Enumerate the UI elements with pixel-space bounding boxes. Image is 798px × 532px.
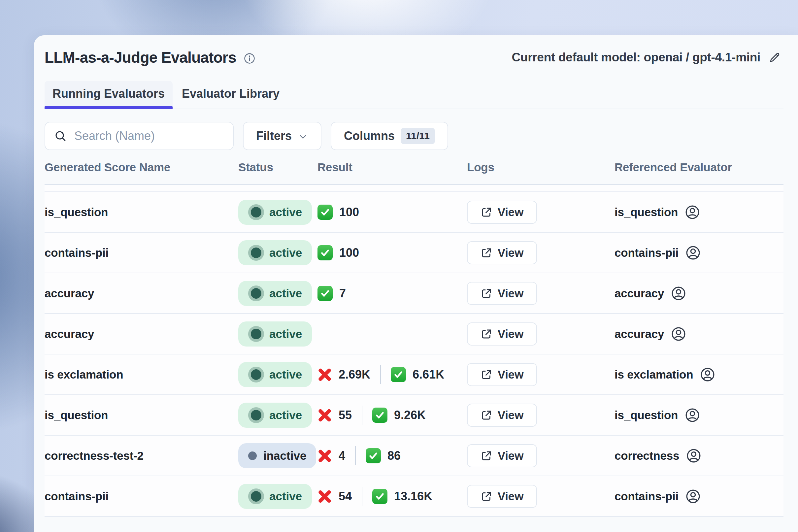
table-row: correctness-test-2 inactive 4 86 <box>44 436 783 476</box>
status-label: active <box>269 327 302 341</box>
score-name: is_question <box>44 206 238 219</box>
user-circle-icon <box>686 448 702 464</box>
user-circle-icon <box>685 245 701 261</box>
check-mark-icon <box>366 448 381 463</box>
view-label: View <box>498 246 524 260</box>
page-header: LLM-as-a-Judge Evaluators Current defaul… <box>44 49 783 66</box>
filters-button[interactable]: Filters <box>243 122 321 150</box>
column-header-status[interactable]: Status <box>238 161 318 174</box>
fail-count: 55 <box>339 408 352 422</box>
pass-count: 100 <box>339 246 359 260</box>
view-logs-button[interactable]: View <box>467 322 537 345</box>
view-logs-button[interactable]: View <box>467 485 537 508</box>
referenced-evaluator-cell: is exclamation <box>614 367 783 382</box>
column-header-generated-score-name[interactable]: Generated Score Name <box>44 161 238 174</box>
table-row: accuracy active 7 <box>44 273 783 314</box>
columns-label: Columns <box>344 129 395 143</box>
score-name: accuracy <box>44 327 238 341</box>
fail-count: 4 <box>339 449 345 463</box>
view-logs-button[interactable]: View <box>467 444 537 467</box>
external-link-icon <box>480 369 492 381</box>
referenced-evaluator-name: accuracy <box>614 327 664 341</box>
user-circle-icon <box>685 489 701 504</box>
result-cell: 2.69K 6.61K <box>318 365 467 384</box>
column-header-result[interactable]: Result <box>318 161 467 174</box>
status-dot-icon <box>251 410 261 420</box>
result-divider <box>380 365 381 384</box>
view-label: View <box>498 408 524 422</box>
score-name: is_question <box>44 408 238 422</box>
pass-count: 9.26K <box>394 408 426 422</box>
search-input[interactable] <box>74 129 224 143</box>
user-circle-icon <box>671 285 686 301</box>
result-divider <box>362 487 362 506</box>
status-badge: active <box>238 240 312 265</box>
score-name: correctness-test-2 <box>44 449 238 462</box>
status-label: active <box>269 246 302 260</box>
check-mark-icon <box>318 205 332 220</box>
view-logs-button[interactable]: View <box>467 201 537 224</box>
status-label: active <box>269 206 302 219</box>
status-dot-icon <box>248 452 257 460</box>
score-name: contains-pii <box>44 246 238 260</box>
status-dot-icon <box>251 369 261 380</box>
user-circle-icon <box>671 326 686 342</box>
view-logs-button[interactable]: View <box>467 363 537 386</box>
status-label: active <box>269 368 302 381</box>
status-badge: active <box>238 362 312 387</box>
referenced-evaluator-name: correctness <box>614 449 679 462</box>
status-dot-icon <box>251 248 261 258</box>
column-header-logs[interactable]: Logs <box>467 161 614 174</box>
table-row: is exclamation active 2.69K 6.61K <box>44 355 783 395</box>
status-label: active <box>269 287 302 300</box>
referenced-evaluator-name: contains-pii <box>614 490 679 503</box>
referenced-evaluator-cell: is_question <box>614 407 783 423</box>
view-logs-button[interactable]: View <box>467 241 537 264</box>
default-model-label: Current default model: openai / gpt-4.1-… <box>512 51 760 64</box>
external-link-icon <box>480 328 492 340</box>
pass-count: 6.61K <box>413 368 444 381</box>
external-link-icon <box>480 287 492 299</box>
view-label: View <box>498 368 524 381</box>
tab-evaluator-library[interactable]: Evaluator Library <box>174 81 287 109</box>
result-cell: 4 86 <box>318 446 467 466</box>
score-name: accuracy <box>44 287 238 300</box>
tab-running-evaluators[interactable]: Running Evaluators <box>44 81 173 109</box>
status-dot-icon <box>251 207 261 217</box>
external-link-icon <box>480 409 492 421</box>
search-icon <box>54 129 67 142</box>
external-link-icon <box>480 450 492 462</box>
status-badge: inactive <box>238 443 316 468</box>
page-title: LLM-as-a-Judge Evaluators <box>44 49 236 66</box>
status-dot-icon <box>251 491 261 502</box>
status-badge: active <box>238 484 312 509</box>
info-icon[interactable] <box>244 53 255 64</box>
cross-mark-icon <box>318 489 332 504</box>
status-label: active <box>269 490 302 503</box>
result-divider <box>355 446 356 466</box>
edit-model-pencil-icon[interactable] <box>768 51 781 64</box>
status-badge: active <box>238 321 312 346</box>
table-row: contains-pii active 100 <box>44 233 783 273</box>
table-row: accuracy active <box>44 314 783 355</box>
external-link-icon <box>480 490 492 502</box>
status-dot-icon <box>251 288 261 299</box>
referenced-evaluator-name: is_question <box>614 408 678 422</box>
view-logs-button[interactable]: View <box>467 404 537 427</box>
column-header-referenced-evaluator[interactable]: Referenced Evaluator <box>614 161 783 174</box>
result-cell: 55 9.26K <box>318 405 467 425</box>
view-logs-button[interactable]: View <box>467 282 537 305</box>
referenced-evaluator-name: is exclamation <box>614 368 693 381</box>
table-row: is_question active 100 <box>44 192 783 233</box>
table-toolbar: Filters Columns 11/11 <box>44 122 783 150</box>
fail-count: 2.69K <box>339 368 370 381</box>
columns-button[interactable]: Columns 11/11 <box>331 122 448 150</box>
status-badge: active <box>238 281 312 306</box>
table-row: contains-pii active 54 13.16K <box>44 476 783 517</box>
view-label: View <box>498 449 524 462</box>
referenced-evaluator-name: contains-pii <box>614 246 679 260</box>
search-box[interactable] <box>44 122 234 150</box>
score-name: contains-pii <box>44 490 238 503</box>
result-cell: 100 <box>318 245 467 260</box>
cross-mark-icon <box>318 449 332 463</box>
